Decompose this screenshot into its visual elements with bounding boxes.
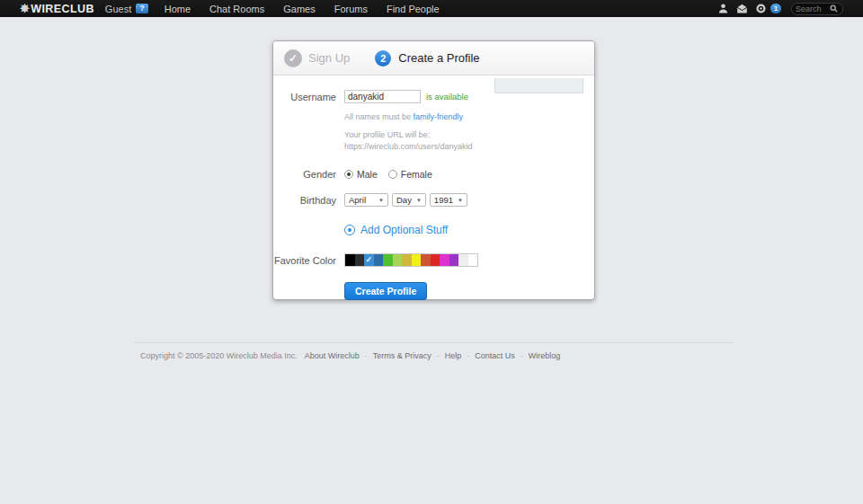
footer-link-help[interactable]: Help — [445, 351, 462, 360]
birthday-year-select[interactable]: 1991 ▼ — [430, 193, 467, 207]
favorite-color-label: Favorite Color — [273, 255, 344, 266]
search-input[interactable] — [796, 4, 830, 13]
color-swatch[interactable] — [345, 254, 355, 266]
optional-row: Add Optional Stuff — [273, 224, 594, 236]
radio-selected-icon[interactable] — [344, 170, 353, 179]
gender-label: Gender — [273, 169, 344, 180]
gender-male-label: Male — [357, 169, 378, 180]
username-label: Username — [273, 92, 344, 102]
create-profile-card: ✓ Sign Up 2 Create a Profile Username is… — [272, 40, 595, 300]
expand-circle-icon — [344, 225, 355, 235]
username-help-row: All names must be family-friendly — [273, 103, 594, 121]
color-swatch[interactable] — [458, 254, 468, 266]
nav-item-games[interactable]: Games — [283, 4, 315, 14]
logo-text: WIRECLUB — [31, 3, 94, 15]
footer-link-terms-privacy[interactable]: Terms & Privacy — [373, 351, 432, 360]
guest-label: Guest — [105, 4, 131, 14]
username-help-text: All names must be — [344, 112, 414, 121]
gender-row: Gender Male Female — [273, 169, 594, 180]
create-profile-button[interactable]: Create Profile — [344, 282, 427, 300]
color-swatch[interactable] — [468, 254, 478, 266]
color-swatch[interactable] — [355, 254, 365, 266]
favorite-color-row: Favorite Color ✓ — [273, 253, 594, 267]
top-navigation-bar: ✸ WIRECLUB Guest ? HomeChat RoomsGamesFo… — [0, 0, 863, 17]
radio-unselected-icon[interactable] — [388, 170, 397, 179]
username-input[interactable] — [344, 90, 421, 103]
step1-check-icon: ✓ — [284, 49, 302, 67]
main-nav: HomeChat RoomsGamesForumsFind People — [165, 4, 440, 14]
add-optional-stuff-label: Add Optional Stuff — [360, 224, 448, 236]
wireclub-logo[interactable]: ✸ WIRECLUB — [20, 3, 94, 15]
page-footer: Copyright © 2005-2020 Wireclub Media Inc… — [135, 342, 734, 360]
gender-female-label: Female — [401, 169, 432, 180]
chevron-down-icon: ▼ — [378, 198, 384, 203]
profile-url-caption: Your profile URL will be: — [344, 129, 473, 141]
username-row: Username is available — [273, 90, 594, 103]
profile-icon[interactable] — [716, 3, 729, 15]
nav-item-find-people[interactable]: Find People — [387, 4, 440, 14]
footer-separator: · — [520, 351, 523, 360]
color-swatch[interactable] — [412, 254, 422, 266]
step2-badge: 2 — [375, 50, 391, 66]
notification-count-badge[interactable]: 1 — [770, 4, 781, 13]
wireclub-star-icon: ✸ — [20, 3, 30, 14]
nav-item-forums[interactable]: Forums — [334, 4, 368, 14]
profile-url-value: https://wireclub.com/users/danyakid — [344, 141, 473, 153]
color-swatch[interactable] — [383, 254, 393, 266]
footer-separator: · — [437, 351, 440, 360]
color-swatch[interactable] — [402, 254, 412, 266]
messages-icon[interactable] — [735, 3, 748, 15]
color-swatch[interactable] — [393, 254, 403, 266]
copyright-text: Copyright © 2005-2020 Wireclub Media Inc… — [140, 351, 298, 360]
nav-item-home[interactable]: Home — [165, 4, 191, 14]
color-swatch[interactable] — [374, 254, 384, 266]
birthday-month-select[interactable]: April ▼ — [344, 193, 388, 207]
color-swatch[interactable] — [440, 254, 449, 266]
step1-label: Sign Up — [308, 51, 350, 65]
footer-separator: · — [467, 351, 469, 360]
birthday-day-select[interactable]: Day ▼ — [392, 193, 426, 207]
family-friendly-link[interactable]: family-friendly — [414, 112, 464, 121]
submit-row: Create Profile — [273, 282, 594, 300]
gender-female-radio[interactable]: Female — [388, 169, 432, 180]
username-status: is available — [426, 92, 468, 102]
footer-link-wireblog[interactable]: Wireblog — [529, 351, 561, 360]
footer-links: About Wireclub·Terms & Privacy·Help·Cont… — [301, 351, 565, 360]
favorite-color-strip: ✓ — [344, 253, 478, 267]
wizard-steps-header: ✓ Sign Up 2 Create a Profile — [273, 41, 594, 75]
add-optional-stuff-link[interactable]: Add Optional Stuff — [344, 224, 448, 236]
color-swatch[interactable] — [421, 254, 431, 266]
birthday-row: Birthday April ▼ Day ▼ 1991 ▼ — [273, 193, 594, 207]
search-box[interactable] — [791, 3, 843, 15]
color-swatch[interactable] — [431, 254, 440, 266]
guest-help-badge[interactable]: ? — [136, 4, 148, 13]
nav-item-chat-rooms[interactable]: Chat Rooms — [209, 4, 264, 14]
swatch-check-icon: ✓ — [365, 256, 372, 264]
footer-separator: · — [365, 351, 368, 360]
color-swatch[interactable] — [449, 254, 459, 266]
birthday-label: Birthday — [273, 195, 344, 206]
footer-link-about-wireclub[interactable]: About Wireclub — [305, 351, 360, 360]
gender-male-radio[interactable]: Male — [344, 169, 378, 180]
profile-url-row: Your profile URL will be: https://wirecl… — [273, 121, 594, 153]
color-swatch[interactable]: ✓ — [364, 254, 374, 266]
search-icon[interactable] — [830, 4, 838, 13]
page-title: Create a Profile — [398, 51, 479, 65]
chevron-down-icon: ▼ — [458, 198, 463, 203]
footer-link-contact-us[interactable]: Contact Us — [475, 351, 515, 360]
chevron-down-icon: ▼ — [416, 198, 422, 203]
notifications-icon[interactable] — [754, 3, 767, 15]
